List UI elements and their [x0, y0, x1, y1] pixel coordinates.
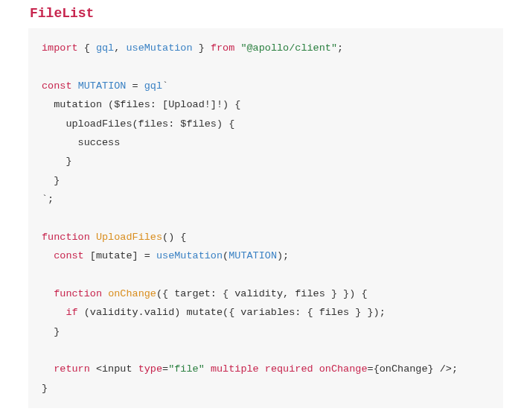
- attr-multiple: multiple: [211, 363, 259, 375]
- code-line: }: [42, 175, 60, 186]
- text: =: [162, 363, 168, 375]
- text: [90, 363, 96, 375]
- jsx-value: {onChange}: [374, 363, 434, 375]
- kw-if: if: [65, 307, 77, 318]
- text: ,: [114, 42, 126, 54]
- text: [42, 250, 54, 261]
- code-line: success: [42, 137, 120, 148]
- text: }: [193, 42, 211, 54]
- text: [42, 307, 65, 318]
- text: [259, 363, 265, 375]
- text: {: [78, 42, 96, 54]
- code-line: mutation ($files: [Upload!]!) {: [42, 99, 240, 110]
- kw-from: from: [211, 42, 234, 54]
- text: `: [162, 80, 168, 92]
- text: );: [277, 250, 289, 261]
- attr-onChange: onChange: [319, 363, 368, 375]
- text: [313, 363, 319, 375]
- kw-function: function: [54, 288, 102, 299]
- const-MUTATION: MUTATION: [78, 80, 127, 92]
- string-apollo: "@apollo/client": [240, 42, 337, 54]
- text: =: [126, 80, 144, 92]
- code-line: }: [42, 383, 48, 394]
- kw-const: const: [54, 250, 84, 261]
- text: [42, 288, 54, 299]
- call-useMutation: useMutation: [156, 250, 223, 261]
- kw-function: function: [42, 232, 90, 243]
- ident-gql: gql: [96, 42, 114, 54]
- text: [mutate] =: [90, 250, 156, 261]
- code-line: }: [42, 326, 60, 337]
- text: (validity.valid) mutate({ variables: { f…: [78, 307, 386, 318]
- ident-useMutation: useMutation: [126, 42, 192, 54]
- string-file: "file": [168, 363, 205, 375]
- code-line: `;: [42, 194, 54, 205]
- section-title: FileList: [30, 6, 503, 21]
- fn-onChange: onChange: [108, 288, 156, 299]
- text: [205, 363, 211, 375]
- attr-required: required: [265, 363, 313, 375]
- jsx-open: <input: [96, 363, 138, 375]
- kw-const: const: [42, 80, 72, 92]
- text: [90, 232, 96, 243]
- document-root: FileList import { gql, useMutation } fro…: [0, 0, 521, 420]
- arg-MUTATION: MUTATION: [228, 250, 277, 261]
- ident-gql-call: gql: [144, 80, 162, 92]
- text: (: [223, 250, 228, 261]
- text: [84, 250, 90, 261]
- text: ;: [337, 42, 343, 54]
- code-block: import { gql, useMutation } from "@apoll…: [28, 28, 503, 408]
- text: ({ target: { validity, files } }) {: [156, 288, 368, 299]
- text: [102, 288, 108, 299]
- kw-import: import: [42, 42, 78, 54]
- code-line: }: [42, 156, 72, 167]
- attr-type: type: [138, 363, 162, 375]
- text: [42, 363, 54, 375]
- text: [72, 80, 78, 92]
- text: =: [368, 363, 374, 375]
- code-line: uploadFiles(files: $files) {: [42, 118, 234, 130]
- text: />;: [434, 363, 458, 375]
- fn-UploadFiles: UploadFiles: [96, 232, 162, 243]
- text: () {: [162, 232, 186, 243]
- kw-return: return: [54, 363, 90, 375]
